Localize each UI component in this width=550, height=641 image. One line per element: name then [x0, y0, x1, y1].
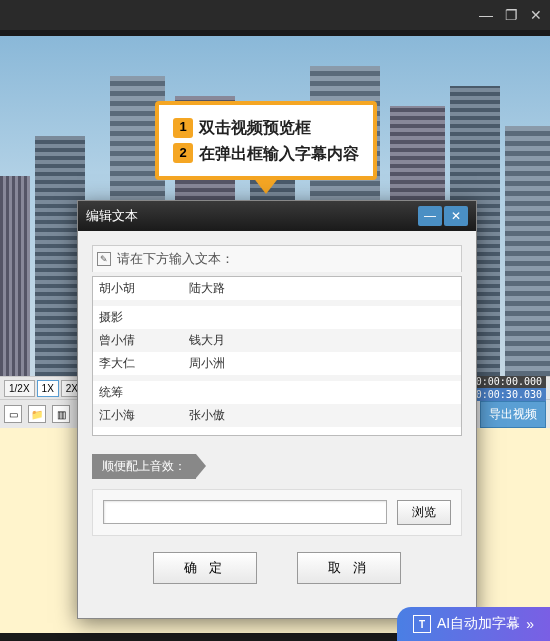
cancel-button[interactable]: 取 消	[297, 552, 401, 584]
speed-1x-button[interactable]: 1X	[37, 380, 59, 397]
text-row[interactable]: 胡小胡陆大路	[93, 277, 461, 300]
sound-file-input[interactable]	[103, 500, 387, 524]
text-row[interactable]: 统筹	[93, 381, 461, 404]
dialog-titlebar[interactable]: 编辑文本 — ✕	[78, 201, 476, 231]
step-badge-1: 1	[173, 118, 193, 138]
sound-effect-label: 顺便配上音效：	[92, 454, 196, 479]
ai-button-label: AI自动加字幕	[437, 615, 520, 633]
instruction-callout: 1 双击视频预览框 2 在弹出框输入字幕内容	[155, 101, 377, 180]
text-row[interactable]: 江小海张小傲	[93, 404, 461, 427]
time-display: 0:00:00.000 0:00:30.030	[472, 375, 546, 401]
maximize-icon[interactable]: ❐	[505, 7, 518, 23]
callout-arrow-icon	[252, 176, 280, 194]
app-titlebar: — ❐ ✕	[0, 0, 550, 30]
edit-icon: ✎	[97, 252, 111, 266]
ai-auto-subtitle-button[interactable]: T AI自动加字幕 »	[397, 607, 550, 641]
input-prompt: ✎ 请在下方输入文本：	[92, 245, 462, 272]
dialog-close-icon[interactable]: ✕	[444, 206, 468, 226]
ok-button[interactable]: 确 定	[153, 552, 257, 584]
dialog-minimize-icon[interactable]: —	[418, 206, 442, 226]
text-row[interactable]: 李大仁周小洲	[93, 352, 461, 375]
browse-button[interactable]: 浏览	[397, 500, 451, 525]
time-total: 0:00:30.030	[472, 388, 546, 401]
step-text-1: 双击视频预览框	[199, 115, 311, 141]
text-row[interactable]: 曾小倩钱大月	[93, 329, 461, 352]
close-icon[interactable]: ✕	[530, 7, 542, 23]
chevron-right-icon: »	[526, 616, 534, 632]
tool-icon-1[interactable]: ▭	[4, 405, 22, 423]
step-badge-2: 2	[173, 143, 193, 163]
dialog-title: 编辑文本	[86, 207, 138, 225]
speed-half-button[interactable]: 1/2X	[4, 380, 35, 397]
text-input-list[interactable]: 胡小胡陆大路摄影曾小倩钱大月李大仁周小洲统筹江小海张小傲	[92, 276, 462, 436]
input-prompt-text: 请在下方输入文本：	[117, 250, 234, 268]
folder-icon[interactable]: 📁	[28, 405, 46, 423]
text-row[interactable]: 摄影	[93, 306, 461, 329]
tool-icon-3[interactable]: ▥	[52, 405, 70, 423]
export-video-button[interactable]: 导出视频	[480, 401, 546, 428]
edit-text-dialog: 编辑文本 — ✕ ✎ 请在下方输入文本： 胡小胡陆大路摄影曾小倩钱大月李大仁周小…	[77, 200, 477, 619]
step-text-2: 在弹出框输入字幕内容	[199, 141, 359, 167]
time-current: 0:00:00.000	[472, 375, 546, 388]
minimize-icon[interactable]: —	[479, 7, 493, 23]
ai-subtitle-icon: T	[413, 615, 431, 633]
